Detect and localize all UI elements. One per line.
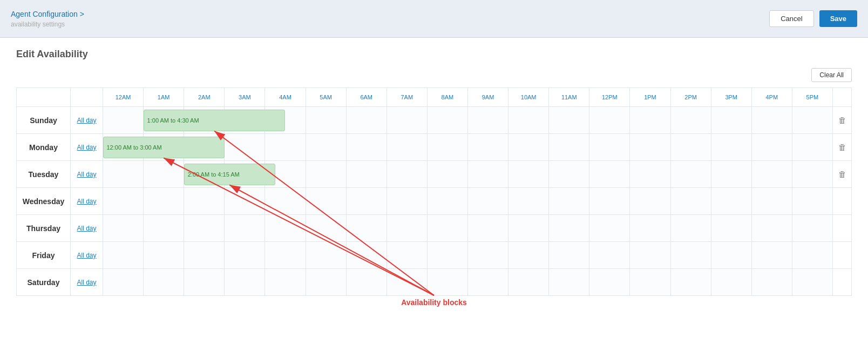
- delete-row-sunday[interactable]: 🗑: [833, 107, 852, 134]
- time-cell-saturday-col10[interactable]: [508, 269, 549, 296]
- time-cell-tuesday-col10[interactable]: [508, 161, 549, 188]
- time-cell-monday-col16[interactable]: [751, 134, 792, 161]
- time-cell-friday-col9[interactable]: [467, 242, 508, 269]
- time-cell-sunday-col14[interactable]: [670, 107, 711, 134]
- time-cell-saturday-col1[interactable]: [144, 269, 184, 296]
- allday-sunday[interactable]: All day: [71, 107, 103, 134]
- time-cell-saturday-col0[interactable]: [103, 269, 144, 296]
- time-cell-tuesday-col7[interactable]: [386, 161, 427, 188]
- time-cell-tuesday-col17[interactable]: [792, 161, 832, 188]
- time-cell-wednesday-col9[interactable]: [467, 188, 508, 215]
- time-cell-monday-col5[interactable]: [306, 134, 346, 161]
- time-cell-monday-col4[interactable]: [265, 134, 306, 161]
- time-cell-friday-col10[interactable]: [508, 242, 549, 269]
- time-cell-wednesday-col8[interactable]: [427, 188, 467, 215]
- time-cell-sunday-col5[interactable]: [306, 107, 346, 134]
- time-cell-saturday-col3[interactable]: [225, 269, 265, 296]
- time-cell-friday-col0[interactable]: [103, 242, 144, 269]
- time-cell-sunday-col15[interactable]: [711, 107, 751, 134]
- time-cell-thursday-col9[interactable]: [467, 215, 508, 242]
- time-cell-wednesday-col16[interactable]: [751, 188, 792, 215]
- breadcrumb[interactable]: Agent Configuration >: [11, 10, 84, 18]
- delete-row-monday[interactable]: 🗑: [833, 134, 852, 161]
- time-cell-monday-col7[interactable]: [386, 134, 427, 161]
- time-cell-tuesday-col13[interactable]: [630, 161, 670, 188]
- time-cell-saturday-col11[interactable]: [549, 269, 589, 296]
- time-cell-friday-col4[interactable]: [265, 242, 306, 269]
- time-cell-sunday-col7[interactable]: [386, 107, 427, 134]
- time-cell-sunday-col17[interactable]: [792, 107, 832, 134]
- time-cell-saturday-col14[interactable]: [670, 269, 711, 296]
- time-cell-sunday-col0[interactable]: [103, 107, 144, 134]
- save-button[interactable]: Save: [819, 10, 857, 27]
- time-cell-friday-col14[interactable]: [670, 242, 711, 269]
- time-cell-saturday-col5[interactable]: [306, 269, 346, 296]
- time-cell-wednesday-col5[interactable]: [306, 188, 346, 215]
- time-cell-tuesday-col1[interactable]: [144, 161, 184, 188]
- time-cell-friday-col13[interactable]: [630, 242, 670, 269]
- allday-link-sunday[interactable]: All day: [77, 117, 96, 124]
- time-cell-thursday-col7[interactable]: [386, 215, 427, 242]
- time-cell-monday-col6[interactable]: [346, 134, 386, 161]
- time-cell-tuesday-col12[interactable]: [589, 161, 630, 188]
- time-cell-monday-col8[interactable]: [427, 134, 467, 161]
- time-cell-tuesday-col14[interactable]: [670, 161, 711, 188]
- time-cell-tuesday-col0[interactable]: [103, 161, 144, 188]
- time-cell-friday-col17[interactable]: [792, 242, 832, 269]
- time-cell-wednesday-col10[interactable]: [508, 188, 549, 215]
- time-cell-sunday-col9[interactable]: [467, 107, 508, 134]
- time-cell-thursday-col16[interactable]: [751, 215, 792, 242]
- time-cell-sunday-col10[interactable]: [508, 107, 549, 134]
- time-cell-friday-col6[interactable]: [346, 242, 386, 269]
- time-cell-friday-col7[interactable]: [386, 242, 427, 269]
- time-cell-saturday-col12[interactable]: [589, 269, 630, 296]
- time-cell-thursday-col2[interactable]: [184, 215, 225, 242]
- time-cell-wednesday-col0[interactable]: [103, 188, 144, 215]
- time-cell-sunday-col16[interactable]: [751, 107, 792, 134]
- time-cell-wednesday-col14[interactable]: [670, 188, 711, 215]
- allday-saturday[interactable]: All day: [71, 269, 103, 296]
- delete-row-tuesday[interactable]: 🗑: [833, 161, 852, 188]
- time-cell-monday-col9[interactable]: [467, 134, 508, 161]
- time-cell-thursday-col15[interactable]: [711, 215, 751, 242]
- time-cell-friday-col8[interactable]: [427, 242, 467, 269]
- time-cell-thursday-col8[interactable]: [427, 215, 467, 242]
- time-cell-friday-col15[interactable]: [711, 242, 751, 269]
- time-cell-sunday-col11[interactable]: [549, 107, 589, 134]
- time-cell-saturday-col7[interactable]: [386, 269, 427, 296]
- allday-monday[interactable]: All day: [71, 134, 103, 161]
- time-cell-thursday-col17[interactable]: [792, 215, 832, 242]
- allday-link-thursday[interactable]: All day: [77, 225, 96, 232]
- time-cell-wednesday-col15[interactable]: [711, 188, 751, 215]
- time-cell-saturday-col17[interactable]: [792, 269, 832, 296]
- time-cell-friday-col2[interactable]: [184, 242, 225, 269]
- availability-block[interactable]: 1:00 AM to 4:30 AM: [144, 110, 286, 131]
- availability-block[interactable]: 2:00 AM to 4:15 AM: [184, 164, 275, 185]
- availability-block[interactable]: 12:00 AM to 3:00 AM: [103, 137, 225, 158]
- time-cell-friday-col3[interactable]: [225, 242, 265, 269]
- time-cell-monday-col15[interactable]: [711, 134, 751, 161]
- time-cell-saturday-col8[interactable]: [427, 269, 467, 296]
- allday-thursday[interactable]: All day: [71, 215, 103, 242]
- allday-link-monday[interactable]: All day: [77, 144, 96, 151]
- time-cell-friday-col5[interactable]: [306, 242, 346, 269]
- trash-icon[interactable]: 🗑: [838, 116, 846, 125]
- time-cell-monday-col3[interactable]: [225, 134, 265, 161]
- time-cell-wednesday-col17[interactable]: [792, 188, 832, 215]
- time-cell-wednesday-col11[interactable]: [549, 188, 589, 215]
- time-cell-monday-col10[interactable]: [508, 134, 549, 161]
- time-cell-saturday-col6[interactable]: [346, 269, 386, 296]
- time-cell-tuesday-col15[interactable]: [711, 161, 751, 188]
- allday-link-saturday[interactable]: All day: [77, 279, 96, 286]
- time-cell-monday-col12[interactable]: [589, 134, 630, 161]
- time-cell-wednesday-col7[interactable]: [386, 188, 427, 215]
- time-cell-wednesday-col6[interactable]: [346, 188, 386, 215]
- allday-wednesday[interactable]: All day: [71, 188, 103, 215]
- time-cell-sunday-col12[interactable]: [589, 107, 630, 134]
- time-cell-tuesday-col16[interactable]: [751, 161, 792, 188]
- time-cell-sunday-col8[interactable]: [427, 107, 467, 134]
- time-cell-tuesday-col8[interactable]: [427, 161, 467, 188]
- time-cell-friday-col11[interactable]: [549, 242, 589, 269]
- clear-all-button[interactable]: Clear All: [811, 68, 852, 82]
- time-cell-thursday-col12[interactable]: [589, 215, 630, 242]
